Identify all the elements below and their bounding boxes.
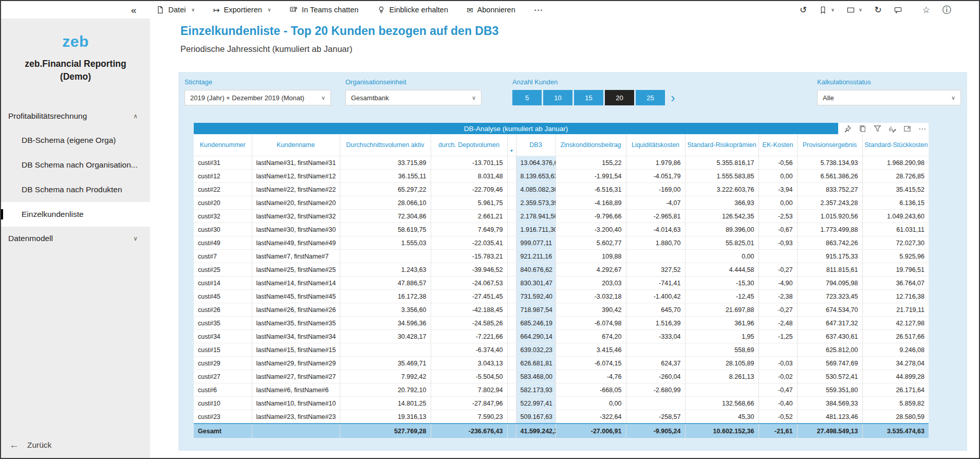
table-cell[interactable]: 19.796,51 — [862, 263, 929, 277]
table-cell[interactable]: -2,48 — [759, 317, 797, 330]
table-cell[interactable]: 1.516,39 — [626, 317, 685, 330]
table-cell[interactable]: cust#23 — [194, 410, 252, 424]
table-cell[interactable]: -0,56 — [759, 156, 797, 170]
anzahl-kunden-option-15[interactable]: 15 — [574, 90, 603, 105]
table-cell[interactable]: 915.175,33 — [797, 250, 862, 263]
table-cell[interactable]: 9.246,08 — [862, 343, 929, 357]
table-cell[interactable]: -0,03 — [759, 357, 797, 370]
table-cell[interactable]: 527.769,28 — [340, 424, 431, 438]
table-cell[interactable]: lastName#23, firstName#23 — [252, 410, 340, 424]
sidebar-item-db-schema-eigene-orga[interactable]: DB-Schema (eigene Orga) — [1, 128, 150, 153]
table-cell[interactable]: cust#31 — [194, 156, 252, 170]
table-cell[interactable]: 13.064.376,60 — [516, 156, 556, 170]
table-cell[interactable] — [626, 250, 685, 263]
table-cell[interactable]: cust#26 — [194, 303, 252, 317]
more-options-icon[interactable]: ⋯ — [534, 5, 544, 15]
more-options-button[interactable]: ⋯ — [918, 125, 927, 133]
table-cell[interactable]: -27.847,96 — [431, 397, 507, 410]
column-header-standard-risikopr-mien[interactable]: Standard-Risikoprämien — [685, 134, 759, 156]
table-cell[interactable]: 674,20 — [556, 330, 626, 343]
table-cell[interactable]: -21,61 — [759, 424, 797, 438]
table-cell[interactable]: 65.297,22 — [340, 183, 431, 196]
table-cell[interactable]: -4.051,79 — [626, 170, 685, 183]
bookmarks-button[interactable]: ∨ — [819, 6, 835, 14]
table-cell[interactable] — [759, 250, 797, 263]
table-cell[interactable]: lastName#32, firstName#32 — [252, 210, 340, 223]
table-cell[interactable]: cust#15 — [194, 343, 252, 357]
table-cell[interactable]: 203,03 — [556, 277, 626, 290]
table-cell[interactable]: lastName#6, firstName#6 — [252, 383, 340, 397]
table-cell[interactable]: 132.568,66 — [685, 397, 759, 410]
table-cell[interactable] — [252, 424, 340, 438]
table-cell[interactable]: 1.555.583,85 — [685, 170, 759, 183]
table-cell[interactable]: 33.715,89 — [340, 156, 431, 170]
table-cell[interactable]: -1,25 — [759, 330, 797, 343]
table-cell[interactable]: 625.812,00 — [797, 343, 862, 357]
table-cell[interactable]: -9.796,66 — [556, 210, 626, 223]
table-cell[interactable]: cust#29 — [194, 357, 252, 370]
table-cell[interactable]: 2.178.941,50 — [516, 210, 556, 223]
comments-button[interactable] — [894, 6, 902, 14]
organisationseinheit-dropdown[interactable]: Gesamtbank ∨ — [345, 90, 482, 105]
table-cell[interactable] — [340, 250, 431, 263]
table-cell[interactable]: 35.469,71 — [340, 357, 431, 370]
table-cell[interactable]: -3.032,18 — [556, 290, 626, 303]
sidebar-section-profitabilitaetsrechnung[interactable]: Profitabilitätsrechnung∧ — [1, 104, 150, 128]
table-cell[interactable]: 2.661,21 — [431, 210, 507, 223]
table-cell[interactable]: -4,90 — [759, 277, 797, 290]
table-cell[interactable]: -24.585,26 — [431, 317, 507, 330]
table-cell[interactable]: 35.415,52 — [862, 183, 929, 196]
table-cell[interactable]: -2,38 — [759, 290, 797, 303]
table-cell[interactable]: -24.067,53 — [431, 277, 507, 290]
table-cell[interactable]: lastName#29, firstName#29 — [252, 357, 340, 370]
column-header-durchschnittsvolumen-aktiv[interactable]: Durchschnittsvolumen aktiv — [340, 134, 431, 156]
column-header-standard-st-ckkosten[interactable]: Standard-Stückkosten — [862, 134, 929, 156]
table-cell[interactable]: 569.747,69 — [797, 357, 862, 370]
table-cell[interactable]: -741,41 — [626, 277, 685, 290]
table-cell[interactable]: 4.292,67 — [556, 263, 626, 277]
table-cell[interactable]: 530.572,41 — [797, 370, 862, 383]
table-cell[interactable]: -0,93 — [759, 236, 797, 250]
table-cell[interactable]: 0,00 — [759, 196, 797, 210]
collapse-sidebar-icon[interactable]: « — [131, 5, 137, 15]
table-cell[interactable]: 19.316,13 — [340, 410, 431, 424]
table-cell[interactable]: -0,40 — [759, 397, 797, 410]
table-cell[interactable]: 2.359.573,39 — [516, 196, 556, 210]
table-cell[interactable]: -169,00 — [626, 183, 685, 196]
table-cell[interactable]: 45,30 — [685, 410, 759, 424]
table-cell[interactable]: 582.173,93 — [516, 383, 556, 397]
table-cell[interactable]: 44.899,28 — [862, 370, 929, 383]
table-cell[interactable]: 4.085.082,30 — [516, 183, 556, 196]
toolbar-item-abonnieren[interactable]: ✉Abonnieren — [467, 6, 515, 14]
table-cell[interactable]: 833.752,27 — [797, 183, 862, 196]
table-cell[interactable]: 1,95 — [685, 330, 759, 343]
table-cell[interactable]: cust#6 — [194, 383, 252, 397]
column-header-durch-depotvolumen[interactable]: durch. Depotvolumen — [431, 134, 507, 156]
reset-button[interactable]: ↺ — [800, 6, 807, 14]
table-cell[interactable]: cust#7 — [194, 250, 252, 263]
column-header-db3[interactable]: DB3 — [516, 134, 556, 156]
table-cell[interactable]: -15.783,21 — [431, 250, 507, 263]
table-cell[interactable]: -7.221,66 — [431, 330, 507, 343]
table-cell[interactable]: 27.498.549,13 — [797, 424, 862, 438]
table-cell[interactable]: cust#30 — [194, 223, 252, 236]
table-cell[interactable]: -0,02 — [759, 370, 797, 383]
table-cell[interactable]: 6.136,15 — [862, 196, 929, 210]
table-cell[interactable]: cust#14 — [194, 277, 252, 290]
table-cell[interactable]: 626.681,81 — [516, 357, 556, 370]
table-cell[interactable]: lastName#31, firstName#31 — [252, 156, 340, 170]
table-cell[interactable]: 16.172,38 — [340, 290, 431, 303]
table-cell[interactable]: cust#20 — [194, 196, 252, 210]
table-cell[interactable]: 718.987,54 — [516, 303, 556, 317]
focus-mode-button[interactable] — [903, 125, 911, 133]
table-cell[interactable]: 28.066,10 — [340, 196, 431, 210]
table-cell[interactable]: 1.049.243,60 — [862, 210, 929, 223]
table-cell[interactable]: -668,05 — [556, 383, 626, 397]
table-cell[interactable]: 14.801,25 — [340, 397, 431, 410]
table-cell[interactable]: 559.351,80 — [797, 383, 862, 397]
table-cell[interactable]: 5.859,82 — [862, 397, 929, 410]
table-cell[interactable]: -260,04 — [626, 370, 685, 383]
table-cell[interactable]: lastName#34, firstName#34 — [252, 330, 340, 343]
table-cell[interactable]: 28.726,85 — [862, 170, 929, 183]
table-cell[interactable]: 109,88 — [556, 250, 626, 263]
